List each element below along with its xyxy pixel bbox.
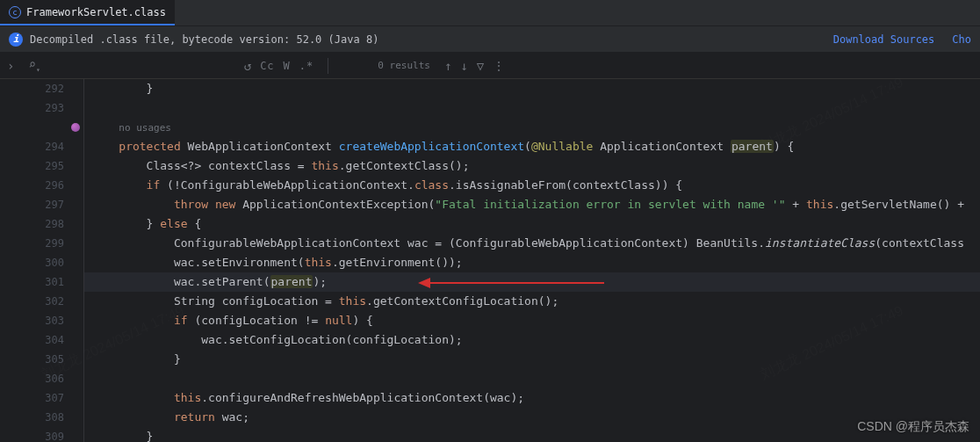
code-line: return wac;: [84, 408, 980, 427]
annotation-arrow: [418, 278, 611, 288]
tab-label: FrameworkServlet.class: [26, 6, 166, 18]
line-num: 293: [0, 98, 83, 118]
choose-sources-link[interactable]: Cho: [952, 33, 971, 46]
code-line: [84, 98, 980, 118]
line-num: 308: [0, 408, 83, 427]
code-line: if (configLocation != null) {: [84, 311, 980, 330]
line-num: 302: [0, 292, 83, 311]
code-line: ConfigurableWebApplicationContext wac = …: [84, 234, 980, 253]
tab-bar: c FrameworkServlet.class: [0, 0, 980, 26]
code-line: this.configureAndRefreshWebApplicationCo…: [84, 388, 980, 408]
line-num: 295: [0, 156, 83, 176]
code-line: protected WebApplicationContext createWe…: [84, 137, 980, 156]
line-num: 298: [0, 214, 83, 234]
results-count: 0 results: [378, 60, 430, 71]
more-icon[interactable]: ⋮: [493, 59, 505, 73]
line-num: 300: [0, 253, 83, 272]
next-match-icon[interactable]: ↓: [460, 59, 467, 73]
line-num: 303: [0, 311, 83, 330]
code-line: if (!ConfigurableWebApplicationContext.c…: [84, 176, 980, 195]
code-line-highlight: wac.setParent(parent);: [84, 272, 980, 292]
code-line: wac.setEnvironment(this.getEnvironment()…: [84, 253, 980, 272]
line-num: 299: [0, 234, 83, 253]
code-line: }: [84, 350, 980, 369]
find-toolbar: › ⌕▾ ↺ Cc W .* 0 results ↑ ↓ ▽ ⋮: [0, 53, 980, 79]
code-line: wac.setConfigLocation(configLocation);: [84, 330, 980, 350]
code-line: } else {: [84, 214, 980, 234]
info-icon: i: [9, 33, 23, 47]
code-line: [84, 369, 980, 388]
line-num: 306: [0, 369, 83, 388]
line-num: 309: [0, 427, 83, 442]
code-line: Class<?> contextClass = this.getContextC…: [84, 156, 980, 176]
line-num: 304: [0, 330, 83, 350]
line-num: 296: [0, 176, 83, 195]
csdn-watermark: CSDN @程序员杰森: [857, 419, 969, 435]
code-line: }: [84, 79, 980, 98]
regex-toggle[interactable]: .*: [299, 60, 313, 72]
filter-icon[interactable]: ▽: [477, 59, 484, 73]
line-num: 305: [0, 350, 83, 369]
prev-match-icon[interactable]: ↑: [444, 59, 451, 73]
info-bar: i Decompiled .class file, bytecode versi…: [0, 26, 980, 53]
undo-icon[interactable]: ↺: [244, 59, 251, 73]
code-line: String configLocation = this.getContextC…: [84, 292, 980, 311]
match-case-toggle[interactable]: Cc: [260, 60, 274, 72]
line-num: 301: [0, 272, 83, 292]
usage-hint: no usages: [84, 118, 980, 137]
file-tab[interactable]: c FrameworkServlet.class: [0, 0, 175, 25]
gutter: 292 293 294 295 296 297 298 299 300 301 …: [0, 79, 83, 442]
code-line: throw new ApplicationContextException("F…: [84, 195, 980, 214]
code-line: }: [84, 427, 980, 442]
decompiled-notice: Decompiled .class file, bytecode version…: [30, 33, 378, 46]
line-num: 307: [0, 388, 83, 408]
line-num: 292: [0, 79, 83, 98]
class-icon: c: [9, 6, 21, 18]
line-num: 294: [0, 137, 83, 156]
line-num: 297: [0, 195, 83, 214]
search-icon[interactable]: ⌕▾: [28, 57, 40, 74]
download-sources-link[interactable]: Download Sources: [833, 33, 935, 46]
words-toggle[interactable]: W: [284, 60, 291, 72]
chevron-right-icon[interactable]: ›: [7, 59, 14, 73]
editor[interactable]: } no usages protected WebApplicationCont…: [83, 79, 980, 442]
